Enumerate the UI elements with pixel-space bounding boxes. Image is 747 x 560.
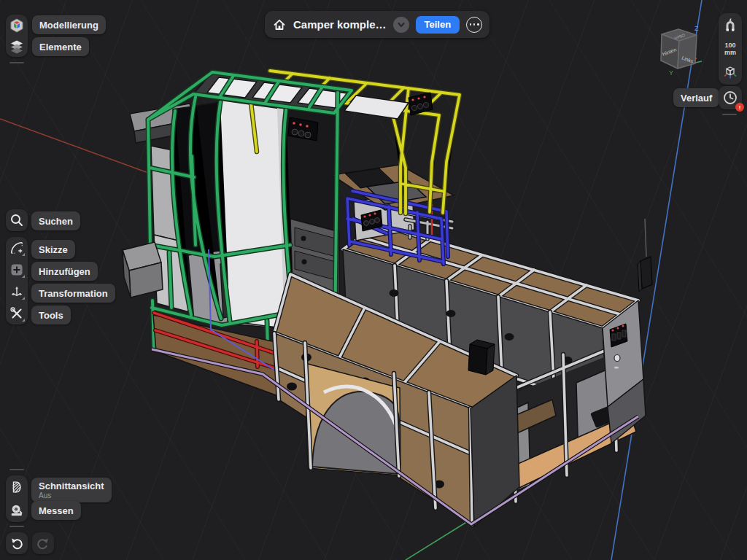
redo-icon <box>36 536 50 551</box>
section-view-label: Schnittansicht <box>39 481 104 491</box>
history-clock-icon <box>723 90 738 105</box>
add-label: Hinzufügen <box>39 266 90 277</box>
axis-y-line <box>406 519 471 560</box>
document-menu-button[interactable] <box>393 17 409 33</box>
transform-label: Transformation <box>39 288 108 299</box>
elements-label: Elemente <box>39 42 82 52</box>
modeling-label-chip[interactable]: Modellierung <box>32 15 106 34</box>
redo-button[interactable] <box>32 532 54 554</box>
sketch-label-chip[interactable]: Skizze <box>31 240 75 259</box>
cube-axis-y-label: Y <box>669 69 673 77</box>
submenu-triangle <box>22 275 25 278</box>
transform-button[interactable] <box>7 282 26 301</box>
document-title[interactable]: Camper komple… <box>293 18 387 31</box>
bottom-divider-low <box>9 526 24 527</box>
add-button[interactable] <box>7 260 26 279</box>
tool-group-rail <box>6 237 28 324</box>
share-label: Teilen <box>425 19 452 30</box>
right-divider <box>722 114 737 115</box>
measure-tape-icon <box>9 503 24 518</box>
snap-magnet-button[interactable] <box>721 16 740 35</box>
view-cube[interactable]: Y Z Hinten Links Oben <box>661 25 702 77</box>
bottom-divider-top <box>9 469 24 470</box>
modeling-label: Modellierung <box>39 20 98 31</box>
tools-label-chip[interactable]: Tools <box>31 306 71 324</box>
top-left-divider <box>9 62 24 63</box>
model-cube-icon <box>9 18 24 33</box>
sketch-button[interactable] <box>7 238 26 257</box>
section-view-button[interactable] <box>7 478 26 497</box>
history-label-chip[interactable]: Verlauf <box>673 88 719 107</box>
tools-button[interactable] <box>7 304 26 323</box>
search-button[interactable] <box>6 209 28 231</box>
document-bar: Camper komple… Teilen <box>265 11 489 38</box>
camper-model[interactable] <box>123 71 652 526</box>
chevron-down-icon <box>396 20 406 30</box>
snap-panel: 100mm <box>719 13 742 85</box>
measure-label-chip[interactable]: Messen <box>31 501 81 520</box>
section-view-icon <box>9 480 24 494</box>
axes-cube-icon <box>723 65 738 79</box>
view-cube-face-left[interactable] <box>678 35 697 69</box>
history-button[interactable]: ! <box>719 86 742 109</box>
magnet-icon <box>723 18 738 33</box>
view-tools-rail <box>6 475 28 522</box>
measure-button[interactable] <box>7 501 26 520</box>
history-badge: ! <box>735 103 744 112</box>
submenu-triangle <box>22 253 25 256</box>
elements-button[interactable] <box>7 37 26 56</box>
cube-axis-z-label: Z <box>694 25 699 32</box>
app-window: Y Z Hinten Links Oben Mo <box>0 0 747 560</box>
ellipsis-icon <box>470 23 479 26</box>
tools-label: Tools <box>39 310 63 321</box>
history-label: Verlauf <box>681 93 712 104</box>
submenu-triangle <box>22 297 25 300</box>
undo-icon <box>9 536 24 551</box>
grid-size-value[interactable]: 100mm <box>724 42 736 56</box>
layers-icon <box>9 39 24 54</box>
3d-viewport[interactable]: Y Z Hinten Links Oben <box>0 0 747 560</box>
elements-label-chip[interactable]: Elemente <box>32 37 89 56</box>
modeling-mode-button[interactable] <box>7 16 26 35</box>
submenu-triangle <box>22 319 25 322</box>
section-view-state: Aus <box>39 491 51 499</box>
orientation-button[interactable] <box>721 63 740 82</box>
sketch-label: Skizze <box>39 244 68 255</box>
section-view-chip[interactable]: Schnittansicht Aus <box>31 478 112 502</box>
search-icon <box>9 213 24 228</box>
more-options-button[interactable] <box>466 17 482 33</box>
share-button[interactable]: Teilen <box>416 16 460 34</box>
search-label: Suchen <box>39 216 73 227</box>
top-left-rail <box>6 15 28 57</box>
home-icon[interactable] <box>272 18 287 32</box>
axis-z-line <box>611 0 702 560</box>
search-label-chip[interactable]: Suchen <box>31 211 80 230</box>
transform-label-chip[interactable]: Transformation <box>31 284 115 303</box>
add-label-chip[interactable]: Hinzufügen <box>31 262 98 281</box>
undo-button[interactable] <box>6 532 28 554</box>
measure-label: Messen <box>39 505 74 516</box>
